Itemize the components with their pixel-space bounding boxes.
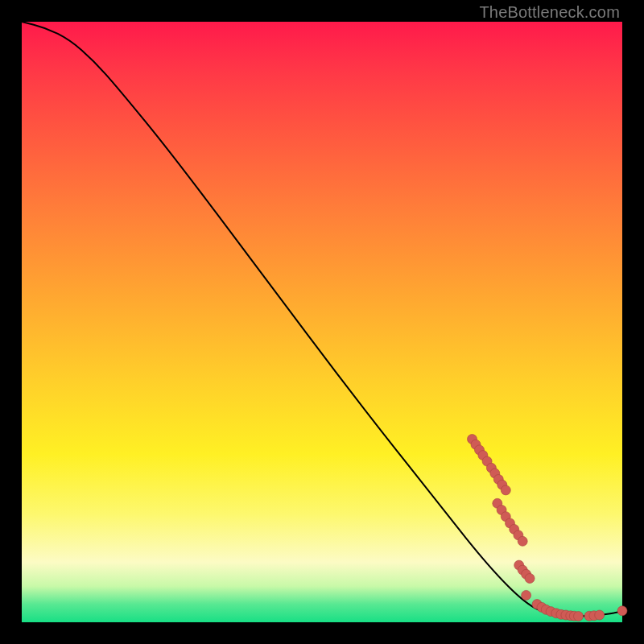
- data-point: [574, 612, 584, 621]
- data-point: [595, 610, 605, 620]
- data-point: [522, 590, 531, 600]
- data-point: [501, 485, 510, 495]
- data-point: [518, 536, 527, 546]
- plot-area: [22, 22, 622, 622]
- data-point: [617, 606, 627, 616]
- data-points-group: [468, 435, 628, 621]
- chart-svg: [22, 22, 622, 622]
- chart-frame: TheBottleneck.com: [0, 0, 644, 644]
- bottleneck-curve: [22, 22, 622, 616]
- watermark-text: TheBottleneck.com: [479, 3, 620, 22]
- data-point: [525, 574, 535, 584]
